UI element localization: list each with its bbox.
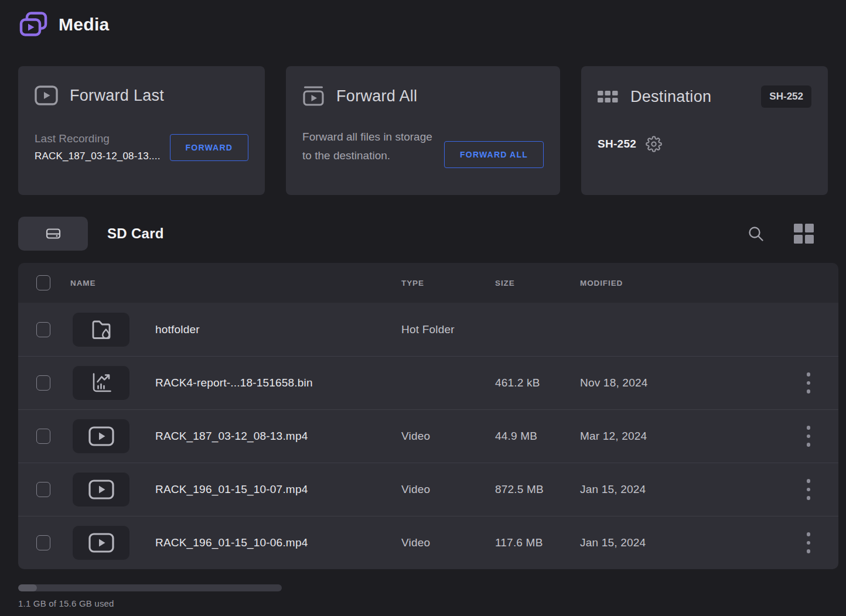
- table-row[interactable]: RACK_196_01-15_10-07.mp4 Video 872.5 MB …: [18, 463, 838, 516]
- page-header: Media: [0, 0, 846, 39]
- forward-all-card: Forward All Forward all files in storage…: [286, 66, 560, 195]
- file-type: Video: [401, 483, 495, 496]
- file-modified: Mar 12, 2024: [580, 430, 797, 443]
- action-cards: Forward Last Last Recording RACK_187_03-…: [18, 66, 828, 195]
- row-checkbox[interactable]: [36, 322, 50, 337]
- report-chart-icon: [89, 371, 114, 395]
- file-table: NAME TYPE SIZE MODIFIED hotfolder Hot Fo…: [18, 263, 838, 569]
- file-size: 872.5 MB: [495, 483, 580, 496]
- kebab-icon: [807, 532, 811, 536]
- column-header-type: TYPE: [401, 279, 495, 288]
- row-menu-button[interactable]: [797, 419, 820, 454]
- row-checkbox[interactable]: [36, 482, 50, 497]
- row-checkbox[interactable]: [36, 535, 50, 550]
- table-header: NAME TYPE SIZE MODIFIED: [18, 263, 838, 303]
- table-row[interactable]: hotfolder Hot Folder: [18, 303, 838, 356]
- hot-folder-icon: [89, 317, 114, 342]
- file-size: 117.6 MB: [495, 536, 580, 549]
- destination-title: Destination: [630, 88, 749, 106]
- grid-view-button[interactable]: [793, 223, 814, 244]
- forward-all-icon: [302, 85, 325, 107]
- page-title: Media: [59, 15, 110, 35]
- table-row[interactable]: RACK_196_01-15_10-06.mp4 Video 117.6 MB …: [18, 516, 838, 569]
- forward-last-card: Forward Last Last Recording RACK_187_03-…: [18, 66, 265, 195]
- file-modified: Jan 15, 2024: [580, 536, 797, 549]
- file-type: Video: [401, 430, 495, 443]
- file-icon-tile: [73, 473, 129, 507]
- file-size: 44.9 MB: [495, 430, 580, 443]
- video-play-icon: [88, 532, 115, 553]
- forward-last-title: Forward Last: [70, 87, 248, 105]
- file-icon-tile: [73, 313, 129, 347]
- storage-source-button[interactable]: [18, 217, 88, 251]
- search-icon: [747, 225, 765, 242]
- column-header-modified: MODIFIED: [580, 279, 797, 288]
- last-recording-value: RACK_187_03-12_08-13....: [35, 150, 161, 162]
- media-icon: [18, 11, 49, 39]
- gear-icon: [646, 136, 662, 152]
- kebab-icon: [807, 372, 811, 377]
- file-modified: Jan 15, 2024: [580, 483, 797, 496]
- file-name: RACK_196_01-15_10-06.mp4: [155, 536, 401, 549]
- file-icon-tile: [73, 366, 129, 400]
- drive-icon: [45, 227, 62, 241]
- forward-all-button[interactable]: FORWARD ALL: [444, 141, 544, 168]
- storage-usage-bar[interactable]: [18, 584, 282, 591]
- destination-card: Destination SH-252 SH-252: [581, 66, 828, 195]
- video-play-icon: [88, 479, 115, 500]
- destination-badge: SH-252: [761, 85, 811, 108]
- column-header-size: SIZE: [495, 279, 580, 288]
- destination-value: SH-252: [598, 138, 636, 150]
- select-all-checkbox[interactable]: [36, 275, 50, 290]
- storage-source-label: SD Card: [107, 225, 164, 242]
- storage-usage-text: 1.1 GB of 15.6 GB used: [18, 598, 846, 608]
- forward-button[interactable]: FORWARD: [170, 134, 248, 161]
- column-header-name: NAME: [70, 279, 155, 288]
- file-type: Hot Folder: [401, 323, 495, 336]
- table-row[interactable]: RACK_187_03-12_08-13.mp4 Video 44.9 MB M…: [18, 409, 838, 463]
- file-name: RACK_187_03-12_08-13.mp4: [155, 430, 401, 443]
- destination-grid-icon: [598, 90, 619, 103]
- grid-view-icon: [793, 223, 814, 244]
- row-checkbox[interactable]: [36, 375, 50, 391]
- row-menu-button[interactable]: [797, 472, 820, 507]
- forward-all-title: Forward All: [336, 87, 544, 105]
- table-row[interactable]: RACK4-report-...18-151658.bin 461.2 kB N…: [18, 356, 838, 409]
- file-icon-tile: [73, 419, 129, 453]
- file-modified: Nov 18, 2024: [580, 377, 797, 389]
- file-name: RACK_196_01-15_10-07.mp4: [155, 483, 401, 496]
- row-menu-button[interactable]: [797, 365, 820, 401]
- kebab-icon: [807, 479, 811, 483]
- search-button[interactable]: [747, 225, 765, 242]
- destination-settings-button[interactable]: [646, 136, 662, 152]
- forward-last-icon: [35, 85, 58, 105]
- video-play-icon: [88, 426, 115, 447]
- kebab-icon: [807, 426, 811, 430]
- file-type: Video: [401, 536, 495, 549]
- last-recording-label: Last Recording: [35, 132, 161, 145]
- storage-toolbar: SD Card: [18, 217, 828, 251]
- file-size: 461.2 kB: [495, 377, 580, 389]
- table-body: hotfolder Hot Folder RACK4-report-...18-…: [18, 303, 838, 569]
- row-checkbox[interactable]: [36, 429, 50, 444]
- forward-all-description: Forward all files in storage to the dest…: [302, 128, 444, 165]
- storage-bar-fill: [18, 584, 37, 591]
- file-name: RACK4-report-...18-151658.bin: [155, 377, 401, 389]
- file-icon-tile: [73, 526, 129, 560]
- row-menu-button[interactable]: [797, 525, 820, 560]
- file-name: hotfolder: [155, 323, 401, 336]
